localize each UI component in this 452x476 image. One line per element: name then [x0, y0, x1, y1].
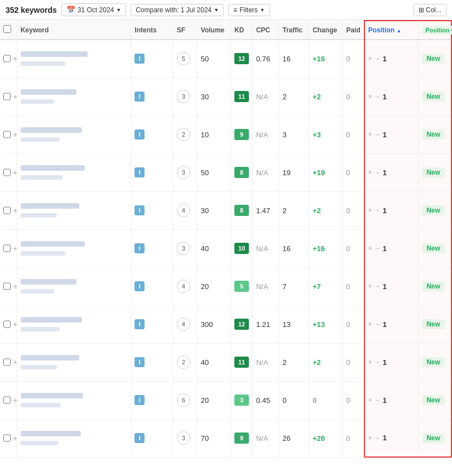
new-badge: New — [422, 129, 445, 140]
add-icon[interactable]: + — [13, 131, 17, 138]
new-badge: New — [422, 243, 445, 253]
add-icon[interactable]: + — [13, 244, 17, 252]
row-checkbox[interactable] — [3, 55, 11, 62]
pos-from: × — [368, 169, 372, 176]
change-header[interactable]: Change — [309, 21, 343, 40]
kd-badge: 8 — [234, 205, 249, 216]
change-cell: +2 — [309, 78, 343, 116]
kd-cell: 9 — [231, 419, 253, 457]
pos-from: × — [368, 320, 372, 328]
pos-to: 1 — [383, 169, 387, 177]
volume-header[interactable]: Volume — [197, 21, 230, 40]
row-checkbox[interactable] — [3, 93, 11, 100]
pos-from: × — [368, 55, 372, 62]
add-icon[interactable]: + — [13, 396, 17, 404]
paid-header[interactable]: Paid — [343, 21, 364, 40]
sf-cell: 6 — [173, 381, 197, 419]
row-check-cell[interactable]: + — [0, 153, 17, 191]
cpc-header[interactable]: CPC — [252, 21, 278, 40]
traffic-header[interactable]: Traffic — [279, 21, 309, 40]
table-row: + I 2 40 11 N/A 2 +2 0 — [0, 343, 451, 381]
paid-cell: 0 — [343, 40, 364, 78]
row-check-cell[interactable]: + — [0, 191, 17, 229]
intents-header[interactable]: Intents — [131, 21, 173, 40]
pchange-header[interactable]: Position Change — [419, 21, 451, 40]
columns-button[interactable]: ⊞ Col... — [413, 4, 446, 16]
paid-cell: 0 — [343, 419, 364, 457]
keyword-header[interactable]: Keyword — [17, 21, 131, 40]
change-cell: +16 — [309, 229, 343, 267]
filters-button[interactable]: ≡ Filters ▼ — [228, 4, 270, 16]
compare-button[interactable]: Compare with: 1 Jul 2024 ▼ — [131, 4, 224, 16]
checkbox-header[interactable] — [0, 21, 17, 40]
row-check-cell[interactable]: + — [0, 381, 17, 419]
add-icon[interactable]: + — [13, 55, 17, 62]
row-checkbox[interactable] — [3, 244, 11, 252]
row-checkbox[interactable] — [3, 396, 11, 404]
row-checkbox[interactable] — [3, 358, 11, 366]
paid-value: 0 — [346, 358, 350, 367]
new-badge: New — [422, 395, 445, 405]
row-check-cell[interactable]: + — [0, 78, 17, 116]
header-bar: 352 keywords 📅 31 Oct 2024 ▼ Compare wit… — [0, 0, 452, 20]
cpc-cell: 1.21 — [252, 305, 278, 343]
row-check-cell[interactable]: + — [0, 343, 17, 381]
add-icon[interactable]: + — [13, 282, 17, 290]
cpc-cell: 1.47 — [252, 191, 278, 229]
row-checkbox[interactable] — [3, 131, 11, 138]
row-check-cell[interactable]: + — [0, 419, 17, 457]
add-icon[interactable]: + — [13, 358, 17, 366]
change-value: +13 — [312, 320, 325, 329]
new-badge: New — [422, 92, 445, 102]
pos-from: × — [368, 358, 372, 366]
keyword-blur-lines — [21, 240, 128, 257]
position-cell: × → 1 — [364, 381, 419, 419]
row-checkbox[interactable] — [3, 320, 11, 328]
intent-badge: I — [134, 395, 145, 405]
volume-value: 40 — [201, 358, 209, 367]
pos-to: 1 — [383, 131, 387, 139]
volume-cell: 50 — [197, 153, 230, 191]
paid-value: 0 — [346, 396, 350, 405]
table-row: + I 4 30 8 1.47 2 +2 0 — [0, 191, 451, 229]
kd-cell: 10 — [231, 229, 253, 267]
row-check-cell[interactable]: + — [0, 267, 17, 305]
pchange-cell: New — [419, 116, 451, 153]
date-label: 31 Oct 2024 — [78, 6, 114, 14]
sf-cell: 2 — [173, 116, 197, 153]
row-check-cell[interactable]: + — [0, 229, 17, 267]
sf-value: 3 — [177, 166, 190, 179]
row-check-cell[interactable]: + — [0, 305, 17, 343]
row-checkbox[interactable] — [3, 434, 11, 442]
add-icon[interactable]: + — [13, 320, 17, 328]
paid-cell: 0 — [343, 381, 364, 419]
row-check-cell[interactable]: + — [0, 116, 17, 153]
paid-cell: 0 — [343, 116, 364, 153]
keyword-blur-1 — [21, 279, 76, 285]
new-badge: New — [422, 54, 445, 64]
row-check-cell[interactable]: + — [0, 40, 17, 78]
keyword-cell — [17, 191, 131, 229]
keyword-blur-lines — [21, 316, 128, 333]
pos-arrow-icon: → — [374, 55, 381, 62]
select-all-checkbox[interactable] — [3, 25, 11, 33]
row-checkbox[interactable] — [3, 282, 11, 290]
keyword-blur-1 — [21, 51, 88, 57]
traffic-cell: 13 — [279, 305, 309, 343]
row-checkbox[interactable] — [3, 169, 11, 176]
position-header[interactable]: Position ▲ — [364, 21, 419, 40]
sf-value: 2 — [177, 355, 190, 369]
cpc-value: 1.21 — [256, 320, 270, 329]
volume-cell: 20 — [197, 267, 230, 305]
pchange-cell: New — [419, 419, 451, 457]
position-content: × → 1 — [368, 320, 415, 329]
add-icon[interactable]: + — [13, 434, 17, 442]
sf-header[interactable]: SF — [173, 21, 197, 40]
add-icon[interactable]: + — [13, 93, 17, 100]
row-checkbox[interactable] — [3, 206, 11, 214]
date-filter-button[interactable]: 📅 31 Oct 2024 ▼ — [61, 3, 126, 16]
add-icon[interactable]: + — [13, 206, 17, 214]
change-value: +19 — [312, 169, 325, 177]
kd-header[interactable]: KD — [231, 21, 253, 40]
add-icon[interactable]: + — [13, 169, 17, 176]
